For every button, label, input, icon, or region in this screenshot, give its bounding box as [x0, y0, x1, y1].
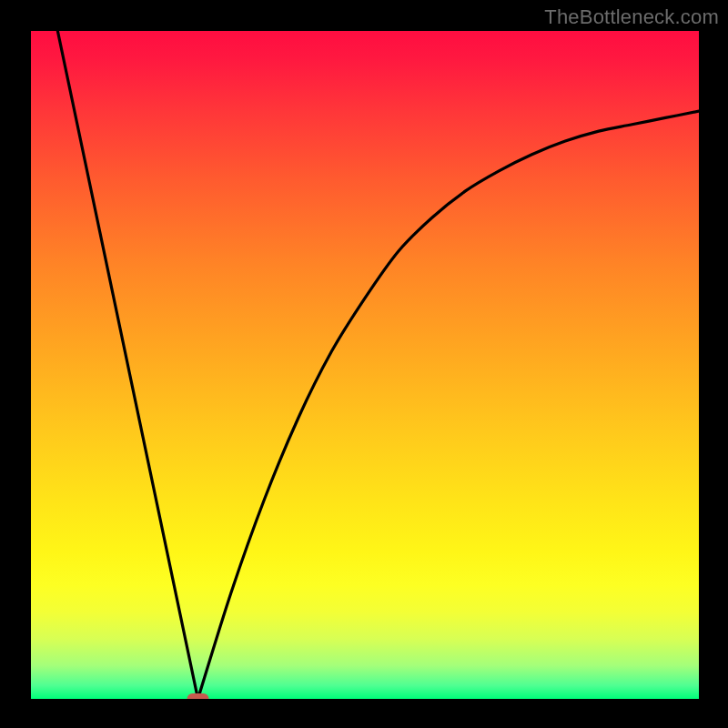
watermark-text: TheBottleneck.com — [544, 5, 719, 29]
chart-plot-area — [31, 31, 699, 699]
curve-left-branch — [57, 31, 197, 699]
minimum-marker — [187, 693, 209, 699]
chart-svg — [31, 31, 699, 699]
curve-right-branch — [198, 111, 700, 699]
chart-frame: TheBottleneck.com — [0, 0, 728, 728]
